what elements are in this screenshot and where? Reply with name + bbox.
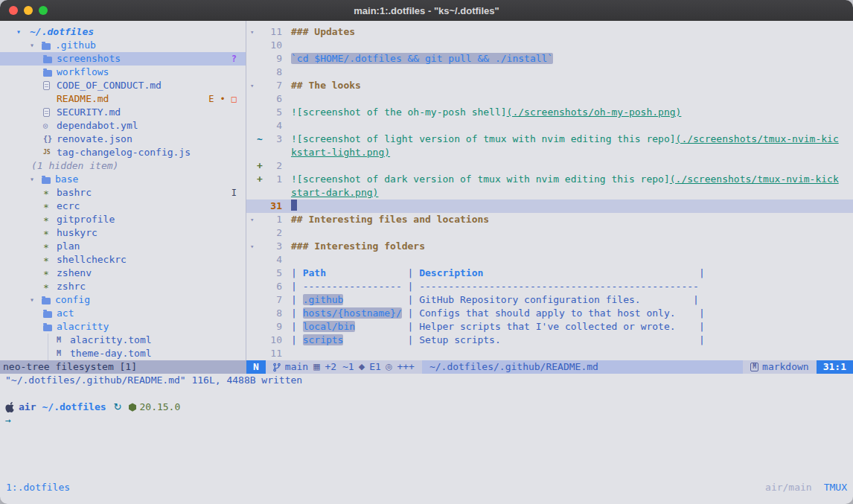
editor-line[interactable]: 9| local/bin | Helper scripts that I've …	[246, 320, 853, 334]
line-number: 2	[264, 159, 282, 173]
cursor-position: 31:1	[817, 360, 853, 374]
text-cursor	[291, 200, 297, 211]
tree-item-label: shellcheckrc	[55, 253, 127, 267]
statusline-filetype: M markdown	[743, 360, 816, 374]
tree-item-renovate-json[interactable]: {}renovate.json	[0, 133, 246, 146]
shell-area[interactable]: air ~/.dotfiles ↻ 20.15.0 →	[0, 401, 853, 427]
fold-icon: ▾	[246, 240, 257, 253]
tree-item-workflows[interactable]: workflows	[0, 66, 246, 79]
tree-item-security-md[interactable]: SECURITY.md	[0, 106, 246, 119]
tree-item-code-of-conduct-md[interactable]: CODE_OF_CONDUCT.md	[0, 79, 246, 92]
file-icon	[43, 108, 55, 117]
editor-line[interactable]: ▾1## Interesting files and locations	[246, 213, 853, 226]
diagnostics-icon: ◆	[359, 360, 365, 374]
tree-item-label: act	[55, 307, 74, 320]
editor-line[interactable]: 31	[246, 200, 853, 213]
tree-item-zshrc[interactable]: *zshrc	[0, 280, 246, 293]
neotree-file-tree: ▾~/.dotfiles▾.githubscreenshots?workflow…	[0, 21, 246, 360]
editor-line[interactable]: 5| Path | Description |	[246, 267, 853, 280]
editor-line[interactable]: 4	[246, 253, 853, 267]
editor-line[interactable]: kstart-light.png)	[246, 146, 853, 159]
tree-item-gitprofile[interactable]: *gitprofile	[0, 213, 246, 226]
tree-item-label: screenshots	[55, 52, 121, 66]
editor-line[interactable]: 5![screenshot of the oh-my-posh shell](.…	[246, 106, 853, 119]
expander-icon[interactable]: ▾	[30, 39, 42, 52]
line-number: 9	[264, 320, 282, 334]
apple-icon	[5, 402, 14, 412]
expander-icon[interactable]: ▾	[30, 293, 42, 307]
editor-line[interactable]: 9`cd $HOME/.dotfiles && git pull && ./in…	[246, 52, 853, 66]
node-hexagon-icon	[129, 403, 136, 412]
tree-item-github[interactable]: ▾.github	[0, 39, 246, 52]
js-icon: JS	[43, 146, 55, 159]
tree-item-dependabot-yml[interactable]: ◎dependabot.yml	[0, 119, 246, 133]
editor-line[interactable]: ~3![screenshot of light version of tmux …	[246, 133, 853, 146]
sync-icon: ↻	[114, 401, 122, 414]
line-number: 5	[264, 106, 282, 119]
tree-item-act[interactable]: act	[0, 307, 246, 320]
vim-cmdline-message: "~/.dotfiles/.github/README.md" 116L, 44…	[0, 374, 853, 387]
editor-line[interactable]: 10| scripts | Setup scripts. |	[246, 334, 853, 347]
editor-line[interactable]: 8	[246, 66, 853, 79]
tree-item-shellcheckrc[interactable]: *shellcheckrc	[0, 253, 246, 267]
editor-line[interactable]: start-dark.png)	[246, 186, 853, 200]
tree-item-label: zshrc	[55, 280, 86, 293]
tree-item-zshenv[interactable]: *zshenv	[0, 267, 246, 280]
editor-line[interactable]: 8| hosts/{hostname}/ | Configs that shou…	[246, 307, 853, 320]
tree-item-dotfiles[interactable]: ▾~/.dotfiles	[0, 25, 246, 39]
tree-item-label: huskyrc	[55, 226, 98, 240]
close-button[interactable]	[9, 6, 18, 15]
tree-item-alacritty[interactable]: alacritty	[0, 320, 246, 334]
editor-line[interactable]: 6| ----------------- | -----------------…	[246, 280, 853, 293]
tree-item-tag-changelog-config-js[interactable]: JStag-changelog-config.js	[0, 146, 246, 159]
tmux-statusbar: 1:.dotfiles air/main TMUX	[0, 481, 853, 494]
git-sign: +	[257, 159, 264, 173]
line-number: 7	[264, 79, 282, 92]
tree-item-base[interactable]: ▾base	[0, 173, 246, 186]
tree-item-theme-day-toml[interactable]: Mtheme-day.toml	[0, 347, 246, 360]
editor-line[interactable]: ▾11### Updates	[246, 25, 853, 39]
tree-item-1-hidden-item[interactable]: (1 hidden item)	[0, 159, 246, 173]
line-number: 1	[264, 213, 282, 226]
editor-line[interactable]: +1![screenshot of dark version of tmux w…	[246, 173, 853, 186]
shell-prompt: air ~/.dotfiles ↻ 20.15.0	[0, 401, 853, 414]
zoom-button[interactable]	[39, 6, 48, 15]
tree-item-config[interactable]: ▾config	[0, 293, 246, 307]
editor-line[interactable]: 10	[246, 39, 853, 52]
diagnostics-count: E1	[369, 360, 381, 374]
tree-item-plan[interactable]: *plan	[0, 240, 246, 253]
circle-icon: ◎	[43, 119, 55, 133]
line-number: 4	[264, 253, 282, 267]
status-badge: •	[220, 92, 226, 106]
editor-line[interactable]: 4	[246, 119, 853, 133]
tree-item-bashrc[interactable]: *bashrcI	[0, 186, 246, 200]
editor-line[interactable]: 7| .github | GitHub Repository configura…	[246, 293, 853, 307]
folder-icon	[42, 176, 54, 184]
expander-icon[interactable]: ▾	[16, 25, 28, 39]
editor-line[interactable]: ▾7## The looks	[246, 79, 853, 92]
traffic-lights	[9, 6, 48, 15]
tree-item-huskyrc[interactable]: *huskyrc	[0, 226, 246, 240]
expander-icon[interactable]: ▾	[30, 173, 42, 186]
editor-line[interactable]: 11	[246, 347, 853, 360]
editor-line[interactable]: +2	[246, 159, 853, 173]
terminal-content: ▾~/.dotfiles▾.githubscreenshots?workflow…	[0, 21, 853, 504]
tree-item-alacritty-toml[interactable]: Malacritty.toml	[0, 334, 246, 347]
editor-buffer[interactable]: ▾11### Updates109`cd $HOME/.dotfiles && …	[246, 21, 853, 360]
folder-icon	[43, 68, 55, 77]
node-version: 20.15.0	[139, 401, 180, 414]
minimize-button[interactable]	[24, 6, 33, 15]
editor-line[interactable]: 6	[246, 92, 853, 106]
editor-line[interactable]: 2	[246, 226, 853, 240]
tree-item-readme-md[interactable]: README.mdE•□	[0, 92, 246, 106]
prompt-arrow[interactable]: →	[0, 414, 853, 427]
tree-item-screenshots[interactable]: screenshots?	[0, 52, 246, 66]
line-number: 6	[264, 280, 282, 293]
tree-item-label: (1 hidden item)	[30, 159, 118, 173]
titlebar[interactable]: main:1:.dotfiles - "ks~/.dotfiles"	[0, 0, 853, 21]
editor-line[interactable]: ▾3### Interesting folders	[246, 240, 853, 253]
tree-item-ecrc[interactable]: *ecrc	[0, 200, 246, 213]
tmux-window-label[interactable]: 1:.dotfiles	[6, 481, 70, 494]
line-number	[264, 186, 282, 200]
line-number: 1	[264, 173, 282, 186]
